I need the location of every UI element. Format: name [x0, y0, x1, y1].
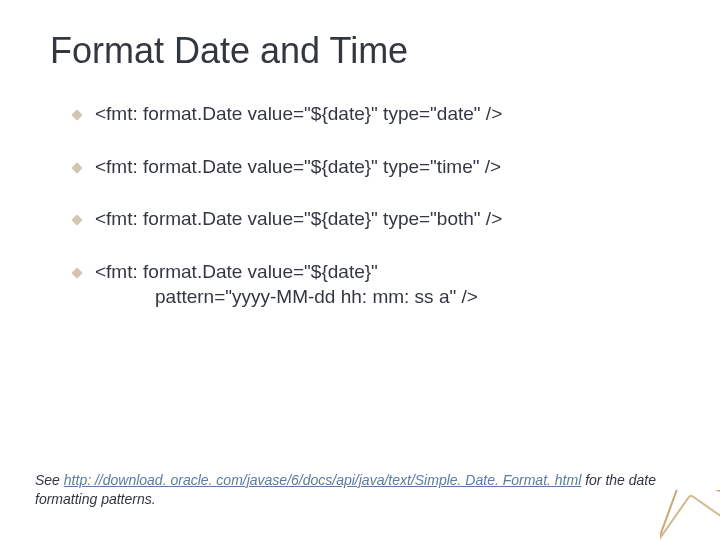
code-example-4: <fmt: format.Date value="${date}" patter…: [95, 260, 680, 309]
slide-content: <fmt: format.Date value="${date}" type="…: [50, 102, 680, 309]
footer-note: See http: //download. oracle. com/javase…: [35, 471, 685, 510]
slide-container: Format Date and Time <fmt: format.Date v…: [0, 0, 720, 540]
code-example-1: <fmt: format.Date value="${date}" type="…: [95, 102, 680, 127]
corner-decoration: [660, 490, 720, 540]
code-line-4a: <fmt: format.Date value="${date}": [95, 261, 378, 282]
code-example-2: <fmt: format.Date value="${date}" type="…: [95, 155, 680, 180]
code-example-3: <fmt: format.Date value="${date}" type="…: [95, 207, 680, 232]
footer-prefix: See: [35, 472, 64, 488]
code-line-4b: pattern="yyyy-MM-dd hh: mm: ss a" />: [95, 286, 478, 307]
slide-title: Format Date and Time: [50, 30, 680, 72]
footer-link[interactable]: http: //download. oracle. com/javase/6/d…: [64, 472, 581, 488]
